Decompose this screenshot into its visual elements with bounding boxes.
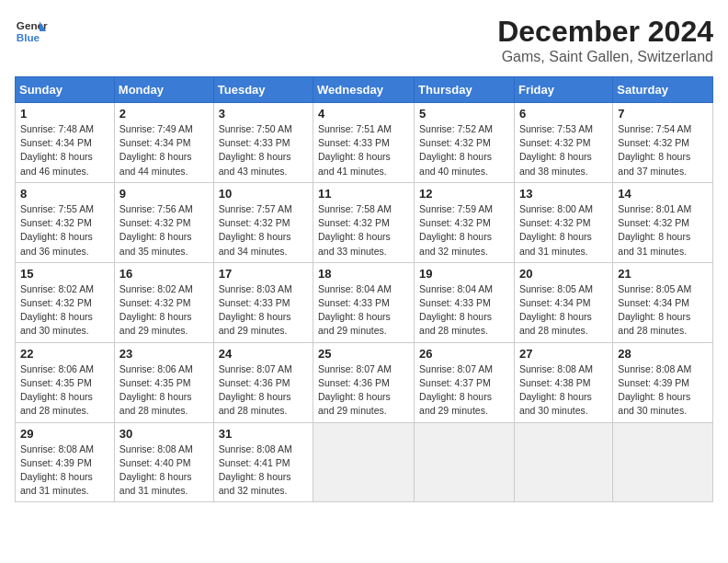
calendar-cell: 24Sunrise: 8:07 AMSunset: 4:36 PMDayligh… — [213, 342, 313, 422]
calendar-cell: 22Sunrise: 8:06 AMSunset: 4:35 PMDayligh… — [16, 342, 115, 422]
calendar-cell: 31Sunrise: 8:08 AMSunset: 4:41 PMDayligh… — [213, 422, 313, 502]
calendar-cell — [415, 422, 515, 502]
day-header-wednesday: Wednesday — [313, 77, 415, 103]
title-block: December 2024 Gams, Saint Gallen, Switze… — [497, 15, 713, 65]
day-detail: Sunrise: 8:06 AMSunset: 4:35 PMDaylight:… — [119, 362, 209, 419]
calendar-cell — [313, 422, 415, 502]
calendar-cell: 8Sunrise: 7:55 AMSunset: 4:32 PMDaylight… — [16, 182, 115, 262]
day-number: 24 — [219, 347, 308, 361]
day-number: 15 — [20, 267, 109, 281]
day-number: 22 — [20, 347, 109, 361]
calendar-cell: 5Sunrise: 7:52 AMSunset: 4:32 PMDaylight… — [415, 103, 515, 183]
day-detail: Sunrise: 7:52 AMSunset: 4:32 PMDaylight:… — [419, 122, 509, 178]
day-number: 29 — [20, 427, 109, 441]
calendar-cell: 25Sunrise: 8:07 AMSunset: 4:36 PMDayligh… — [313, 342, 415, 422]
day-detail: Sunrise: 8:02 AMSunset: 4:32 PMDaylight:… — [20, 282, 109, 339]
day-detail: Sunrise: 8:00 AMSunset: 4:32 PMDaylight:… — [519, 202, 608, 259]
calendar-cell: 30Sunrise: 8:08 AMSunset: 4:40 PMDayligh… — [114, 422, 213, 502]
day-number: 6 — [519, 107, 608, 121]
day-number: 26 — [419, 347, 509, 361]
day-number: 13 — [519, 187, 608, 201]
calendar-cell: 13Sunrise: 8:00 AMSunset: 4:32 PMDayligh… — [514, 182, 612, 262]
day-header-saturday: Saturday — [613, 77, 713, 103]
day-number: 14 — [618, 187, 708, 201]
day-number: 1 — [20, 107, 109, 121]
day-detail: Sunrise: 8:02 AMSunset: 4:32 PMDaylight:… — [119, 282, 209, 339]
day-number: 17 — [219, 267, 308, 281]
day-number: 7 — [618, 107, 708, 121]
day-detail: Sunrise: 8:08 AMSunset: 4:39 PMDaylight:… — [618, 362, 708, 419]
calendar-cell: 20Sunrise: 8:05 AMSunset: 4:34 PMDayligh… — [514, 262, 612, 342]
day-detail: Sunrise: 7:55 AMSunset: 4:32 PMDaylight:… — [20, 202, 109, 259]
calendar-week-4: 22Sunrise: 8:06 AMSunset: 4:35 PMDayligh… — [16, 342, 713, 422]
day-number: 5 — [419, 107, 509, 121]
day-detail: Sunrise: 8:08 AMSunset: 4:41 PMDaylight:… — [219, 442, 308, 499]
day-detail: Sunrise: 8:07 AMSunset: 4:37 PMDaylight:… — [419, 362, 509, 419]
day-number: 9 — [119, 187, 209, 201]
day-header-thursday: Thursday — [415, 77, 515, 103]
day-detail: Sunrise: 7:49 AMSunset: 4:34 PMDaylight:… — [119, 122, 209, 178]
day-number: 30 — [119, 427, 209, 441]
day-detail: Sunrise: 7:48 AMSunset: 4:34 PMDaylight:… — [20, 122, 109, 178]
day-detail: Sunrise: 7:56 AMSunset: 4:32 PMDaylight:… — [119, 202, 209, 259]
calendar-cell — [613, 422, 713, 502]
calendar-cell: 16Sunrise: 8:02 AMSunset: 4:32 PMDayligh… — [114, 262, 213, 342]
day-detail: Sunrise: 8:07 AMSunset: 4:36 PMDaylight:… — [219, 362, 308, 419]
calendar-cell: 10Sunrise: 7:57 AMSunset: 4:32 PMDayligh… — [213, 182, 313, 262]
day-number: 8 — [20, 187, 109, 201]
subtitle: Gams, Saint Gallen, Switzerland — [497, 49, 713, 65]
day-detail: Sunrise: 7:50 AMSunset: 4:33 PMDaylight:… — [219, 122, 308, 178]
calendar-cell: 11Sunrise: 7:58 AMSunset: 4:32 PMDayligh… — [313, 182, 415, 262]
svg-text:Blue: Blue — [17, 31, 40, 43]
day-header-friday: Friday — [514, 77, 612, 103]
day-number: 31 — [219, 427, 308, 441]
calendar-cell: 26Sunrise: 8:07 AMSunset: 4:37 PMDayligh… — [415, 342, 515, 422]
calendar-table: SundayMondayTuesdayWednesdayThursdayFrid… — [15, 76, 713, 502]
day-detail: Sunrise: 8:03 AMSunset: 4:33 PMDaylight:… — [219, 282, 308, 339]
day-detail: Sunrise: 7:57 AMSunset: 4:32 PMDaylight:… — [219, 202, 308, 259]
day-number: 3 — [219, 107, 308, 121]
calendar-cell — [514, 422, 612, 502]
calendar-cell: 18Sunrise: 8:04 AMSunset: 4:33 PMDayligh… — [313, 262, 415, 342]
day-detail: Sunrise: 8:05 AMSunset: 4:34 PMDaylight:… — [519, 282, 608, 339]
day-detail: Sunrise: 7:54 AMSunset: 4:32 PMDaylight:… — [618, 122, 708, 178]
calendar-cell: 28Sunrise: 8:08 AMSunset: 4:39 PMDayligh… — [613, 342, 713, 422]
day-detail: Sunrise: 8:04 AMSunset: 4:33 PMDaylight:… — [318, 282, 409, 339]
day-header-sunday: Sunday — [16, 77, 115, 103]
day-detail: Sunrise: 8:06 AMSunset: 4:35 PMDaylight:… — [20, 362, 109, 419]
day-number: 10 — [219, 187, 308, 201]
calendar-cell: 4Sunrise: 7:51 AMSunset: 4:33 PMDaylight… — [313, 103, 415, 183]
day-detail: Sunrise: 8:08 AMSunset: 4:39 PMDaylight:… — [20, 442, 109, 499]
calendar-cell: 21Sunrise: 8:05 AMSunset: 4:34 PMDayligh… — [613, 262, 713, 342]
day-number: 19 — [419, 267, 509, 281]
day-number: 23 — [119, 347, 209, 361]
logo: General Blue — [15, 15, 48, 48]
calendar-cell: 23Sunrise: 8:06 AMSunset: 4:35 PMDayligh… — [114, 342, 213, 422]
day-header-monday: Monday — [114, 77, 213, 103]
calendar-cell: 12Sunrise: 7:59 AMSunset: 4:32 PMDayligh… — [415, 182, 515, 262]
calendar-cell: 2Sunrise: 7:49 AMSunset: 4:34 PMDaylight… — [114, 103, 213, 183]
calendar-cell: 19Sunrise: 8:04 AMSunset: 4:33 PMDayligh… — [415, 262, 515, 342]
main-title: December 2024 — [497, 15, 713, 49]
day-number: 28 — [618, 347, 708, 361]
day-detail: Sunrise: 7:59 AMSunset: 4:32 PMDaylight:… — [419, 202, 509, 259]
calendar-cell: 7Sunrise: 7:54 AMSunset: 4:32 PMDaylight… — [613, 103, 713, 183]
header: General Blue December 2024 Gams, Saint G… — [15, 15, 713, 65]
day-detail: Sunrise: 7:51 AMSunset: 4:33 PMDaylight:… — [318, 122, 409, 178]
day-number: 4 — [318, 107, 409, 121]
calendar-week-3: 15Sunrise: 8:02 AMSunset: 4:32 PMDayligh… — [16, 262, 713, 342]
calendar-cell: 29Sunrise: 8:08 AMSunset: 4:39 PMDayligh… — [16, 422, 115, 502]
day-header-tuesday: Tuesday — [213, 77, 313, 103]
calendar-cell: 15Sunrise: 8:02 AMSunset: 4:32 PMDayligh… — [16, 262, 115, 342]
calendar-cell: 9Sunrise: 7:56 AMSunset: 4:32 PMDaylight… — [114, 182, 213, 262]
day-number: 12 — [419, 187, 509, 201]
day-number: 2 — [119, 107, 209, 121]
day-detail: Sunrise: 8:05 AMSunset: 4:34 PMDaylight:… — [618, 282, 708, 339]
calendar-body: 1Sunrise: 7:48 AMSunset: 4:34 PMDaylight… — [16, 103, 713, 502]
day-detail: Sunrise: 8:08 AMSunset: 4:38 PMDaylight:… — [519, 362, 608, 419]
day-detail: Sunrise: 8:04 AMSunset: 4:33 PMDaylight:… — [419, 282, 509, 339]
calendar-week-5: 29Sunrise: 8:08 AMSunset: 4:39 PMDayligh… — [16, 422, 713, 502]
day-detail: Sunrise: 8:08 AMSunset: 4:40 PMDaylight:… — [119, 442, 209, 499]
calendar-cell: 1Sunrise: 7:48 AMSunset: 4:34 PMDaylight… — [16, 103, 115, 183]
calendar-cell: 6Sunrise: 7:53 AMSunset: 4:32 PMDaylight… — [514, 103, 612, 183]
